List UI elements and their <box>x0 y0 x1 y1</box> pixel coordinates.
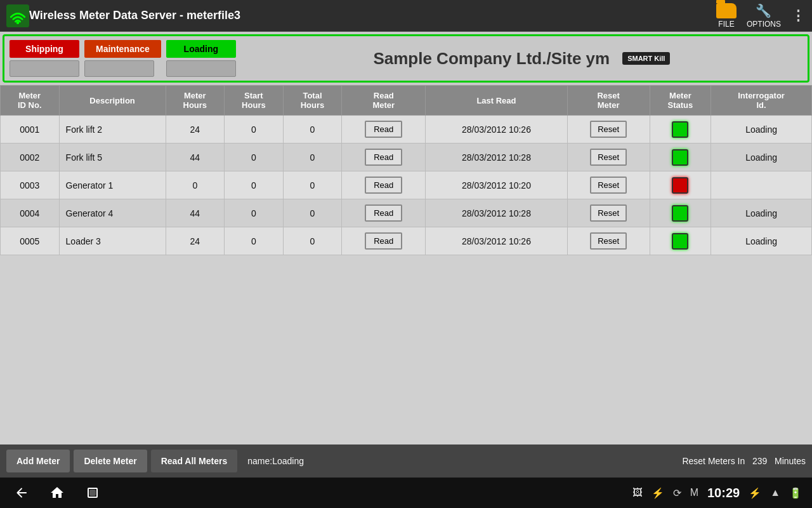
cell-reset-meter: Reset <box>567 171 650 199</box>
cell-description: Generator 4 <box>59 199 166 227</box>
col-interrogator-id: InterrogatorId. <box>711 86 812 116</box>
more-options-button[interactable]: ⋮ <box>791 8 806 24</box>
col-total-hours: TotalHours <box>283 86 342 116</box>
loading-input[interactable] <box>166 60 236 77</box>
reset-button[interactable]: Reset <box>590 121 627 138</box>
screenshot-icon: 🖼 <box>632 487 643 498</box>
cell-meter-hours: 44 <box>166 144 225 171</box>
cell-meter-id: 0005 <box>1 227 60 255</box>
battery-icon: 🔋 <box>789 487 802 499</box>
cell-start-hours: 0 <box>225 227 284 255</box>
cell-meter-hours: 0 <box>166 171 225 199</box>
table-body: 0001 Fork lift 2 24 0 0 Read 28/03/2012 … <box>1 116 812 255</box>
cell-start-hours: 0 <box>225 116 284 144</box>
cell-meter-id: 0004 <box>1 199 60 227</box>
reset-button[interactable]: Reset <box>590 177 627 194</box>
app-title: Wireless Meter Data Server - meterfile3 <box>29 9 716 22</box>
cell-meter-status <box>650 171 711 199</box>
cell-meter-status <box>650 116 711 144</box>
status-led-green <box>672 149 688 166</box>
main-content: Shipping Maintenance Loading Sample Comp… <box>0 32 812 444</box>
status-led-green <box>672 205 688 222</box>
refresh-icon: ⟳ <box>673 487 681 499</box>
cell-meter-hours: 44 <box>166 199 225 227</box>
shipping-group: Shipping <box>10 40 79 77</box>
options-label: OPTIONS <box>747 20 781 29</box>
meters-table: MeterID No. Description MeterHours Start… <box>0 85 812 255</box>
cell-last-read: 28/03/2012 10:26 <box>426 227 567 255</box>
delete-meter-button[interactable]: Delete Meter <box>74 450 147 472</box>
reset-info: Reset Meters In 239 Minutes <box>682 456 806 466</box>
wifi-status-icon: ▲ <box>770 487 780 498</box>
cell-reset-meter: Reset <box>567 144 650 171</box>
reset-button[interactable]: Reset <box>590 232 627 250</box>
reset-button[interactable]: Reset <box>590 204 627 222</box>
home-button[interactable] <box>46 481 69 504</box>
system-icons-right: 🖼 ⚡ ⟳ M 10:29 ⚡ ▲ 🔋 <box>632 486 802 500</box>
maintenance-group: Maintenance <box>84 40 161 77</box>
cell-interrogator-id: Loading <box>711 116 812 144</box>
cell-meter-hours: 24 <box>166 116 225 144</box>
add-meter-button[interactable]: Add Meter <box>6 450 70 472</box>
back-button[interactable] <box>10 481 33 504</box>
cell-meter-status <box>650 227 711 255</box>
folder-icon <box>716 3 737 18</box>
cell-start-hours: 0 <box>225 171 284 199</box>
cell-total-hours: 0 <box>283 144 342 171</box>
cell-meter-id: 0002 <box>1 144 60 171</box>
read-button[interactable]: Read <box>365 149 402 166</box>
cell-meter-hours: 24 <box>166 227 225 255</box>
shipping-input[interactable] <box>10 60 79 77</box>
cell-total-hours: 0 <box>283 199 342 227</box>
smart-logo: SMART Kill <box>622 52 670 65</box>
reset-button[interactable]: Reset <box>590 149 627 166</box>
cell-read-meter: Read <box>342 144 426 171</box>
cell-description: Generator 1 <box>59 171 166 199</box>
maintenance-button[interactable]: Maintenance <box>84 40 161 58</box>
read-button[interactable]: Read <box>365 177 402 194</box>
cell-interrogator-id: Loading <box>711 199 812 227</box>
cell-read-meter: Read <box>342 116 426 144</box>
cell-last-read: 28/03/2012 10:26 <box>426 116 567 144</box>
table-row: 0002 Fork lift 5 44 0 0 Read 28/03/2012 … <box>1 144 812 171</box>
wifi-icon <box>6 4 29 27</box>
cell-interrogator-id <box>711 171 812 199</box>
title-bar: Wireless Meter Data Server - meterfile3 … <box>0 0 812 32</box>
col-start-hours: StartHours <box>225 86 284 116</box>
read-button[interactable]: Read <box>365 121 402 138</box>
loading-button[interactable]: Loading <box>166 40 236 58</box>
cell-start-hours: 0 <box>225 199 284 227</box>
reset-meters-label: Reset Meters In <box>682 456 745 466</box>
bluetooth-icon: ⚡ <box>749 487 761 499</box>
read-button[interactable]: Read <box>365 204 402 222</box>
reset-minutes-value: 239 <box>752 456 767 466</box>
cell-description: Fork lift 5 <box>59 144 166 171</box>
table-row: 0001 Fork lift 2 24 0 0 Read 28/03/2012 … <box>1 116 812 144</box>
cell-meter-id: 0003 <box>1 171 60 199</box>
bottom-bar: Add Meter Delete Meter Read All Meters n… <box>0 444 812 478</box>
cell-total-hours: 0 <box>283 171 342 199</box>
cell-total-hours: 0 <box>283 227 342 255</box>
recent-apps-button[interactable] <box>81 481 104 504</box>
read-button[interactable]: Read <box>365 232 402 250</box>
status-led-green <box>672 233 688 250</box>
options-button[interactable]: 🔧 OPTIONS <box>747 3 781 29</box>
shipping-button[interactable]: Shipping <box>10 40 79 58</box>
system-clock: 10:29 <box>707 486 740 500</box>
cell-read-meter: Read <box>342 199 426 227</box>
col-read-meter: ReadMeter <box>342 86 426 116</box>
wrench-icon: 🔧 <box>756 3 771 18</box>
cell-read-meter: Read <box>342 227 426 255</box>
email-icon: M <box>690 487 698 498</box>
col-meter-hours: MeterHours <box>166 86 225 116</box>
cell-read-meter: Read <box>342 171 426 199</box>
cell-meter-id: 0001 <box>1 116 60 144</box>
maintenance-input[interactable] <box>84 60 154 77</box>
read-all-meters-button[interactable]: Read All Meters <box>151 450 238 472</box>
company-name: Sample Company Ltd./Site ym <box>373 49 610 69</box>
status-led-green <box>672 121 688 138</box>
file-button[interactable]: FILE <box>716 3 737 29</box>
status-led-red <box>672 177 688 194</box>
svg-rect-3 <box>90 490 95 495</box>
cell-interrogator-id: Loading <box>711 144 812 171</box>
